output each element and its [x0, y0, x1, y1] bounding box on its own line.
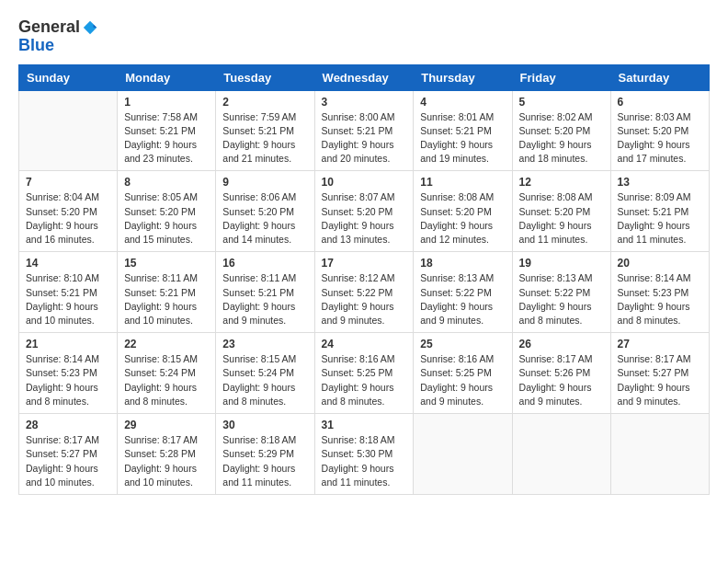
calendar-day-cell: 14Sunrise: 8:10 AMSunset: 5:21 PMDayligh…: [19, 252, 118, 333]
calendar-day-cell: 19Sunrise: 8:13 AMSunset: 5:22 PMDayligh…: [512, 252, 610, 333]
calendar-day-cell: 9Sunrise: 8:06 AMSunset: 5:20 PMDaylight…: [216, 171, 314, 252]
calendar-day-cell: 21Sunrise: 8:14 AMSunset: 5:23 PMDayligh…: [19, 333, 118, 414]
calendar-day-cell: 23Sunrise: 8:15 AMSunset: 5:24 PMDayligh…: [216, 333, 314, 414]
calendar-day-cell: [414, 414, 512, 495]
day-number: 22: [124, 338, 209, 350]
calendar-week-row: 28Sunrise: 8:17 AMSunset: 5:27 PMDayligh…: [19, 414, 710, 495]
day-number: 21: [26, 338, 110, 350]
day-number: 29: [124, 419, 209, 431]
day-info: Sunrise: 7:58 AMSunset: 5:21 PMDaylight:…: [124, 110, 209, 167]
day-info: Sunrise: 8:16 AMSunset: 5:25 PMDaylight:…: [322, 352, 407, 408]
calendar-day-cell: [512, 414, 610, 495]
calendar-day-cell: 26Sunrise: 8:17 AMSunset: 5:26 PMDayligh…: [512, 333, 610, 414]
calendar-day-cell: 13Sunrise: 8:09 AMSunset: 5:21 PMDayligh…: [610, 171, 709, 252]
day-number: 16: [222, 257, 307, 270]
calendar-day-cell: 18Sunrise: 8:13 AMSunset: 5:22 PMDayligh…: [414, 252, 512, 333]
day-info: Sunrise: 8:13 AMSunset: 5:22 PMDaylight:…: [420, 271, 505, 327]
day-number: 5: [519, 96, 604, 109]
day-number: 31: [322, 419, 407, 431]
day-number: 19: [519, 257, 604, 270]
calendar-week-row: 14Sunrise: 8:10 AMSunset: 5:21 PMDayligh…: [19, 252, 710, 333]
calendar-day-cell: [19, 90, 118, 171]
calendar-day-cell: 31Sunrise: 8:18 AMSunset: 5:30 PMDayligh…: [314, 414, 414, 495]
day-info: Sunrise: 7:59 AMSunset: 5:21 PMDaylight:…: [222, 110, 307, 167]
day-number: 6: [618, 96, 702, 109]
weekday-header: Wednesday: [314, 64, 414, 90]
day-info: Sunrise: 8:15 AMSunset: 5:24 PMDaylight:…: [124, 352, 209, 408]
day-info: Sunrise: 8:12 AMSunset: 5:22 PMDaylight:…: [322, 271, 407, 327]
day-number: 3: [322, 96, 407, 109]
day-number: 2: [222, 96, 307, 109]
logo-icon: [82, 19, 98, 36]
day-number: 1: [124, 96, 209, 109]
calendar-day-cell: 20Sunrise: 8:14 AMSunset: 5:23 PMDayligh…: [610, 252, 709, 333]
day-info: Sunrise: 8:15 AMSunset: 5:24 PMDaylight:…: [222, 352, 307, 408]
day-number: 13: [618, 176, 702, 189]
day-info: Sunrise: 8:05 AMSunset: 5:20 PMDaylight:…: [124, 190, 209, 247]
day-info: Sunrise: 8:00 AMSunset: 5:21 PMDaylight:…: [322, 110, 407, 167]
calendar-day-cell: 2Sunrise: 7:59 AMSunset: 5:21 PMDaylight…: [216, 90, 314, 171]
calendar-day-cell: 17Sunrise: 8:12 AMSunset: 5:22 PMDayligh…: [314, 252, 414, 333]
day-info: Sunrise: 8:10 AMSunset: 5:21 PMDaylight:…: [26, 271, 110, 327]
weekday-header: Friday: [512, 64, 610, 90]
page-header: General Blue: [18, 18, 710, 55]
day-number: 30: [222, 419, 307, 431]
day-number: 20: [618, 257, 702, 270]
day-info: Sunrise: 8:01 AMSunset: 5:21 PMDaylight:…: [420, 110, 505, 167]
day-number: 8: [124, 176, 209, 189]
day-number: 15: [124, 257, 209, 270]
day-number: 18: [420, 257, 505, 270]
day-info: Sunrise: 8:02 AMSunset: 5:20 PMDaylight:…: [519, 110, 604, 167]
day-info: Sunrise: 8:18 AMSunset: 5:29 PMDaylight:…: [222, 433, 307, 489]
calendar-day-cell: 11Sunrise: 8:08 AMSunset: 5:20 PMDayligh…: [414, 171, 512, 252]
day-info: Sunrise: 8:04 AMSunset: 5:20 PMDaylight:…: [26, 190, 110, 247]
day-info: Sunrise: 8:14 AMSunset: 5:23 PMDaylight:…: [618, 271, 702, 327]
day-info: Sunrise: 8:17 AMSunset: 5:28 PMDaylight:…: [124, 433, 209, 489]
logo: General Blue: [18, 18, 98, 55]
calendar-table: SundayMondayTuesdayWednesdayThursdayFrid…: [18, 64, 710, 495]
calendar-day-cell: 4Sunrise: 8:01 AMSunset: 5:21 PMDaylight…: [414, 90, 512, 171]
weekday-header: Saturday: [610, 64, 709, 90]
day-info: Sunrise: 8:17 AMSunset: 5:26 PMDaylight:…: [519, 352, 604, 408]
calendar-day-cell: 5Sunrise: 8:02 AMSunset: 5:20 PMDaylight…: [512, 90, 610, 171]
weekday-header: Thursday: [414, 64, 512, 90]
day-info: Sunrise: 8:06 AMSunset: 5:20 PMDaylight:…: [222, 190, 307, 247]
day-number: 24: [322, 338, 407, 350]
day-number: 14: [26, 257, 110, 270]
day-info: Sunrise: 8:07 AMSunset: 5:20 PMDaylight:…: [322, 190, 407, 247]
calendar-day-cell: 27Sunrise: 8:17 AMSunset: 5:27 PMDayligh…: [610, 333, 709, 414]
day-info: Sunrise: 8:08 AMSunset: 5:20 PMDaylight:…: [420, 190, 505, 247]
day-info: Sunrise: 8:17 AMSunset: 5:27 PMDaylight:…: [618, 352, 702, 408]
day-number: 25: [420, 338, 505, 350]
day-info: Sunrise: 8:09 AMSunset: 5:21 PMDaylight:…: [618, 190, 702, 247]
calendar-day-cell: 7Sunrise: 8:04 AMSunset: 5:20 PMDaylight…: [19, 171, 118, 252]
day-info: Sunrise: 8:13 AMSunset: 5:22 PMDaylight:…: [519, 271, 604, 327]
calendar-day-cell: 12Sunrise: 8:08 AMSunset: 5:20 PMDayligh…: [512, 171, 610, 252]
calendar-day-cell: 28Sunrise: 8:17 AMSunset: 5:27 PMDayligh…: [19, 414, 118, 495]
calendar-day-cell: 22Sunrise: 8:15 AMSunset: 5:24 PMDayligh…: [118, 333, 216, 414]
calendar-day-cell: 15Sunrise: 8:11 AMSunset: 5:21 PMDayligh…: [118, 252, 216, 333]
weekday-header: Monday: [118, 64, 216, 90]
day-info: Sunrise: 8:18 AMSunset: 5:30 PMDaylight:…: [322, 433, 407, 489]
day-info: Sunrise: 8:08 AMSunset: 5:20 PMDaylight:…: [519, 190, 604, 247]
day-number: 9: [222, 176, 307, 189]
calendar-day-cell: 6Sunrise: 8:03 AMSunset: 5:20 PMDaylight…: [610, 90, 709, 171]
day-number: 17: [322, 257, 407, 270]
calendar-day-cell: 8Sunrise: 8:05 AMSunset: 5:20 PMDaylight…: [118, 171, 216, 252]
day-info: Sunrise: 8:03 AMSunset: 5:20 PMDaylight:…: [618, 110, 702, 167]
day-info: Sunrise: 8:17 AMSunset: 5:27 PMDaylight:…: [26, 433, 110, 489]
calendar-day-cell: 3Sunrise: 8:00 AMSunset: 5:21 PMDaylight…: [314, 90, 414, 171]
day-number: 12: [519, 176, 604, 189]
calendar-header-row: SundayMondayTuesdayWednesdayThursdayFrid…: [19, 64, 710, 90]
day-number: 27: [618, 338, 702, 350]
calendar-day-cell: [610, 414, 709, 495]
day-number: 11: [420, 176, 505, 189]
calendar-day-cell: 29Sunrise: 8:17 AMSunset: 5:28 PMDayligh…: [118, 414, 216, 495]
calendar-day-cell: 1Sunrise: 7:58 AMSunset: 5:21 PMDaylight…: [118, 90, 216, 171]
calendar-week-row: 7Sunrise: 8:04 AMSunset: 5:20 PMDaylight…: [19, 171, 710, 252]
calendar-day-cell: 25Sunrise: 8:16 AMSunset: 5:25 PMDayligh…: [414, 333, 512, 414]
calendar-day-cell: 16Sunrise: 8:11 AMSunset: 5:21 PMDayligh…: [216, 252, 314, 333]
day-number: 7: [26, 176, 110, 189]
logo-blue: Blue: [18, 36, 54, 54]
day-number: 28: [26, 419, 110, 431]
